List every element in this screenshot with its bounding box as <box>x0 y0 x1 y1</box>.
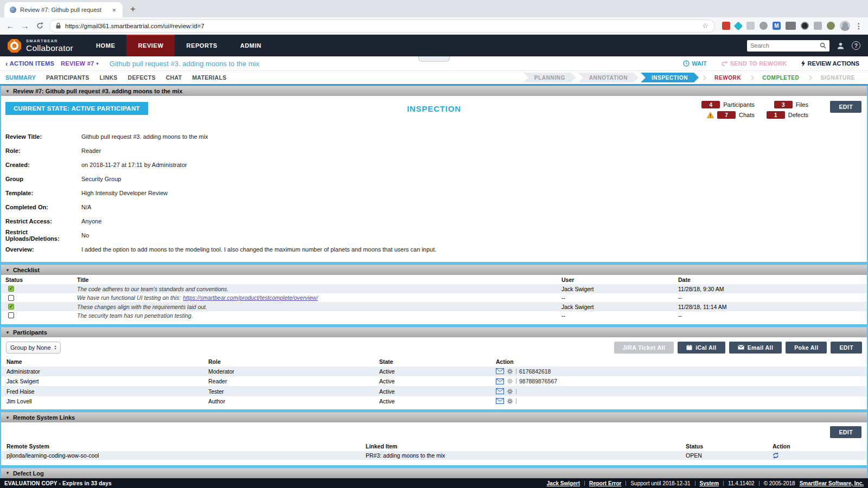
checkbox[interactable] <box>8 312 14 318</box>
checkbox[interactable] <box>8 286 14 292</box>
tab-close-icon[interactable]: × <box>111 6 117 14</box>
tab-favicon-icon <box>10 7 16 13</box>
mail-icon[interactable] <box>496 388 504 394</box>
extension-icon[interactable] <box>814 22 822 30</box>
action-items-link[interactable]: ‹ ACTION ITEMS <box>5 60 54 67</box>
extension-icon[interactable]: M <box>773 22 781 30</box>
browser-menu-icon[interactable]: ⋮ <box>855 22 863 30</box>
app-logo[interactable]: SMARTBEAR Collaborator <box>0 35 85 56</box>
field-row: Overview:I added the option to add moons… <box>1 242 867 256</box>
group-by-select[interactable]: Group by None ▴▾ <box>6 342 61 354</box>
extension-icon[interactable] <box>734 21 743 30</box>
mail-icon[interactable] <box>496 398 504 404</box>
footer-report-error-link[interactable]: Report Error <box>589 480 621 486</box>
extension-icon[interactable] <box>786 22 796 30</box>
collapse-handle[interactable] <box>418 56 450 62</box>
footer-support-text: Support until 2018-12-31 <box>630 480 690 486</box>
divider <box>516 399 516 404</box>
checklist-section-header[interactable]: ▼ Checklist <box>1 265 867 275</box>
summary-edit-button[interactable]: EDIT <box>830 101 861 113</box>
browser-tab[interactable]: Review #7: Github pull request × <box>4 2 123 17</box>
gear-icon[interactable] <box>507 378 513 384</box>
review-actions-button[interactable]: REVIEW ACTIONS <box>801 60 859 67</box>
tab-chat[interactable]: CHAT <box>166 74 182 81</box>
tab-defects[interactable]: DEFECTS <box>128 74 156 81</box>
footer-company-link[interactable]: SmartBear Software, Inc. <box>800 480 864 486</box>
address-bar[interactable]: https://gmail361.smartbeartrial.com/ui#r… <box>49 20 715 33</box>
help-icon[interactable]: ? <box>852 41 860 50</box>
tab-materials[interactable]: MATERIALS <box>192 74 226 81</box>
remote-links-section-header[interactable]: ▼ Remote System Links <box>1 412 867 422</box>
review-stats: 4 Participants 3 Files 7 Chats 1 Defects <box>701 101 808 119</box>
chevron-right-icon <box>807 75 813 80</box>
nav-item-reports[interactable]: REPORTS <box>175 35 228 56</box>
footer-system-link[interactable]: System <box>700 480 719 486</box>
phase-completed: COMPLETED <box>757 73 805 82</box>
tab-links[interactable]: LINKS <box>100 74 118 81</box>
extension-icon[interactable] <box>827 22 835 30</box>
defect-log-section-header[interactable]: ▼ Defect Log <box>1 468 867 478</box>
poke-all-button[interactable]: Poke All <box>786 342 827 354</box>
collapse-caret-icon: ▼ <box>5 330 10 335</box>
defects-stat[interactable]: 1 Defects <box>767 111 808 119</box>
extension-icon[interactable] <box>722 22 730 30</box>
chats-stat[interactable]: 7 Chats <box>701 111 754 119</box>
chevron-right-icon <box>749 75 755 80</box>
lightning-icon <box>801 60 806 67</box>
new-tab-button[interactable]: + <box>130 4 136 15</box>
review-number-dropdown[interactable]: REVIEW #7 ▾ <box>61 60 99 67</box>
mail-icon[interactable] <box>496 378 504 384</box>
extension-icon[interactable] <box>801 22 809 30</box>
checkbox[interactable] <box>8 295 14 301</box>
select-arrows-icon: ▴▾ <box>55 345 56 350</box>
extension-icon[interactable] <box>760 22 768 30</box>
chevron-down-icon: ▾ <box>96 61 98 66</box>
ical-all-button[interactable]: iCal All <box>678 342 725 354</box>
send-to-rework-button: SEND TO REWORK <box>721 60 787 67</box>
participant-phone: 6176842618 <box>519 368 551 375</box>
search-input[interactable] <box>750 42 818 49</box>
checklist-row: The code adheres to our team's standards… <box>1 284 867 293</box>
email-all-button[interactable]: Email All <box>729 342 782 354</box>
refresh-icon[interactable] <box>773 452 861 459</box>
search-icon[interactable] <box>820 42 826 49</box>
gear-icon[interactable] <box>507 398 513 404</box>
browser-avatar[interactable] <box>840 21 850 31</box>
checkbox[interactable] <box>8 304 14 310</box>
tab-participants[interactable]: PARTICIPANTS <box>46 74 90 81</box>
participants-stat[interactable]: 4 Participants <box>701 101 754 108</box>
gear-icon[interactable] <box>507 388 513 395</box>
footer: EVALUATION COPY - Expires in 33 days Jac… <box>0 478 868 488</box>
phase-planning: PLANNING <box>524 73 576 82</box>
review-title: Github pull request #3. adding moons to … <box>110 60 259 68</box>
footer-copyright-text: © 2005-2018 <box>764 480 795 486</box>
remote-links-edit-button[interactable]: EDIT <box>830 426 861 438</box>
footer-version-text: 11.4.11402 <box>728 480 755 486</box>
gear-icon[interactable] <box>507 368 513 375</box>
nav-item-admin[interactable]: ADMIN <box>229 35 273 56</box>
phase-inspection: INSPECTION <box>641 73 699 82</box>
tab-summary[interactable]: SUMMARY <box>5 74 36 81</box>
field-row: Created:on 2018-11-27 at 17:11 by Admini… <box>1 158 867 172</box>
reload-icon[interactable] <box>35 22 44 29</box>
user-icon[interactable] <box>837 42 845 50</box>
files-stat[interactable]: 3 Files <box>767 101 808 108</box>
nav-item-review[interactable]: REVIEW <box>126 35 175 56</box>
extension-icon[interactable] <box>746 22 755 30</box>
checklist-link[interactable]: https://smartbear.com/product/testcomple… <box>183 294 318 301</box>
field-row: Completed On:N/A <box>1 200 867 214</box>
forward-icon[interactable]: → <box>20 22 30 30</box>
mail-icon[interactable] <box>496 368 504 374</box>
nav-item-home[interactable]: HOME <box>85 35 126 56</box>
field-row: Template:High Intensity Developer Review <box>1 186 867 200</box>
participants-edit-button[interactable]: EDIT <box>831 342 862 354</box>
calendar-icon <box>686 345 692 350</box>
wait-button[interactable]: WAIT <box>683 60 707 67</box>
bookmark-star-icon[interactable]: ☆ <box>702 22 709 30</box>
summary-section-header[interactable]: ▼ Review #7: Github pull request #3. add… <box>1 86 867 96</box>
chevron-left-icon: ‹ <box>5 60 8 67</box>
rework-arrow-icon <box>721 61 728 66</box>
back-icon[interactable]: ← <box>5 22 15 30</box>
participants-section-header[interactable]: ▼ Participants <box>1 327 867 337</box>
footer-user-link[interactable]: Jack Swigert <box>547 480 580 486</box>
